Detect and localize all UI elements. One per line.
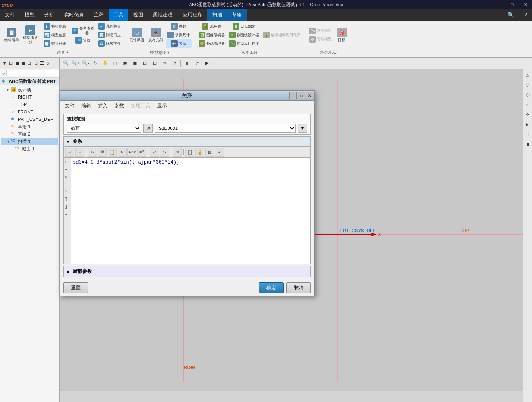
expand-btn[interactable]: ⤢: [192, 59, 201, 68]
appearance-mgr-btn[interactable]: 🎨 外观管理器: [197, 39, 227, 48]
rel-cut-btn[interactable]: ✂: [88, 148, 97, 157]
more-btn[interactable]: ▶: [202, 59, 211, 68]
rel-bracket-btn[interactable]: [ ]: [185, 148, 194, 157]
menu-analysis[interactable]: 分析: [39, 9, 59, 21]
publish-model-btn[interactable]: 📡 发布模型: [308, 27, 333, 35]
search-item-icon-btn[interactable]: ▼: [298, 124, 307, 133]
rel-comment-btn[interactable]: =?: [137, 148, 146, 157]
right-tb-3[interactable]: ⬡: [523, 90, 532, 99]
modal-close-btn[interactable]: ✕: [306, 92, 313, 99]
aux-apps-btn[interactable]: 🔧 辅助应用程序: [227, 39, 261, 48]
tree-root[interactable]: ◈ ABC函数取值测试.PRT: [0, 78, 59, 85]
menu-realtime[interactable]: 实时仿真: [59, 9, 89, 21]
menu-help[interactable]: ?: [519, 9, 532, 21]
reset-button[interactable]: 重置: [63, 282, 88, 293]
local-params[interactable]: ▶ 局部参数: [63, 266, 311, 277]
menu-annotate[interactable]: 注释: [89, 9, 109, 21]
maximize-button[interactable]: □: [506, 0, 519, 9]
layer-btn[interactable]: ≡: [183, 59, 192, 68]
left-tb-icon9[interactable]: ◻: [52, 59, 58, 68]
menu-flexible[interactable]: 柔性建模: [148, 9, 178, 21]
tree-item-section1[interactable]: *✎ 截面 1: [1, 145, 58, 152]
right-tb-1[interactable]: △: [523, 71, 532, 80]
ui-editor-btn[interactable]: 🖥 UI Editor: [227, 22, 261, 30]
right-tb-8[interactable]: ⏹: [523, 140, 532, 149]
view3d-btn[interactable]: □: [111, 59, 120, 68]
material-list-btn[interactable]: 📋 物料清单: [2, 27, 21, 43]
tree-item-design[interactable]: ▶ ⊞ 设计项: [1, 86, 58, 93]
ok-button[interactable]: 确定: [259, 282, 284, 293]
section-btn[interactable]: ✂: [160, 59, 169, 68]
rotate-btn[interactable]: ↻: [91, 59, 100, 68]
close-button[interactable]: ✕: [519, 0, 532, 9]
hidden-btn[interactable]: ⊡: [150, 59, 159, 68]
modal-menu-edit[interactable]: 编辑: [78, 102, 95, 110]
params-btn[interactable]: α 参数: [166, 22, 192, 30]
rel-prev-btn[interactable]: ◁: [150, 148, 159, 157]
rel-delete-btn[interactable]: ✕: [118, 148, 127, 157]
right-tb-7[interactable]: ⏸: [523, 130, 532, 139]
target-btn[interactable]: 🎯 目标: [334, 27, 349, 43]
rel-lock-btn[interactable]: 🔒: [195, 148, 204, 157]
spin-btn[interactable]: ⟳: [170, 59, 179, 68]
rel-redo-btn[interactable]: ↪: [75, 148, 84, 157]
relations-btn[interactable]: d= 关系: [166, 39, 192, 48]
search-scope-icon-btn[interactable]: ↗: [143, 124, 153, 133]
minimize-button[interactable]: —: [493, 0, 506, 9]
left-tb-icon8[interactable]: »: [46, 59, 51, 68]
search-scope-dropdown[interactable]: 截面 零件 装配: [67, 124, 141, 133]
geo-check-btn[interactable]: ✓ 几何检查: [97, 22, 123, 30]
feature-list-btn[interactable]: 📑 特征列表: [40, 39, 69, 48]
tree-item-front[interactable]: ⟋ FRONT: [1, 108, 58, 116]
manage-model-btn[interactable]: ⚙ 管理模型: [308, 35, 333, 44]
menu-file[interactable]: 文件: [0, 9, 20, 21]
menu-model[interactable]: 模型: [20, 9, 39, 21]
model-info-btn[interactable]: 📊 模型信息: [40, 31, 69, 39]
ref-viewer-btn[interactable]: 🔍 参考查看器: [70, 25, 96, 36]
rel-func-btn[interactable]: ƒ×: [173, 148, 182, 157]
left-tb-icon3[interactable]: ≣: [14, 59, 20, 68]
rel-format-btn[interactable]: d=0.0: [127, 148, 136, 157]
zoom-out-btn[interactable]: 🔍-: [81, 59, 90, 68]
rel-undo-btn[interactable]: ↩: [65, 148, 74, 157]
left-tb-icon5[interactable]: ⊟: [27, 59, 32, 68]
img-editor-btn[interactable]: 🖼 图像编辑器: [197, 31, 227, 39]
unload-aux-btn[interactable]: 🔓 解锁辅助应用程序: [261, 31, 302, 39]
left-tb-icon4[interactable]: ≣: [21, 59, 26, 68]
pan-btn[interactable]: ✋: [101, 59, 110, 68]
rel-table-btn[interactable]: ⊞: [205, 148, 214, 157]
compare-parts-btn[interactable]: ⚖ 比较零件: [97, 39, 123, 48]
rel-copy-btn[interactable]: ⧉: [98, 148, 107, 157]
search-item-dropdown[interactable]: S2D0001: [155, 124, 296, 133]
tree-item-right[interactable]: ⟋ RIGHT: [1, 93, 58, 101]
publish-geom-btn[interactable]: 📤 发布几何: [147, 27, 165, 43]
modal-maximize-btn[interactable]: □: [298, 92, 305, 99]
udf-lib-btn[interactable]: 📦 UDF 库: [197, 22, 227, 30]
display-btn[interactable]: ◉: [120, 59, 130, 68]
tree-item-scan1[interactable]: ▼ *⊡ 扫描 1: [1, 138, 58, 145]
part-face-btn[interactable]: ◻ 元件界面: [128, 27, 146, 43]
right-tb-6[interactable]: ▶: [523, 120, 532, 129]
modal-minimize-btn[interactable]: —: [289, 92, 297, 99]
menu-view[interactable]: 视图: [128, 9, 148, 21]
modal-menu-display[interactable]: 显示: [154, 102, 170, 110]
menu-scan[interactable]: 扫描: [207, 9, 227, 21]
rel-paste-btn[interactable]: 📋: [108, 148, 117, 157]
wireframe-btn[interactable]: ⊞: [140, 59, 149, 68]
relations-editor[interactable]: sd3=4+0.8*abs(2*sin(trajpar*360*14)): [71, 157, 311, 264]
feature-info-btn[interactable]: ℹ 特征信息: [40, 22, 69, 30]
shade-btn[interactable]: ▣: [130, 59, 139, 68]
filter-input[interactable]: [6, 70, 60, 76]
cancel-button[interactable]: 取消: [286, 282, 311, 293]
menu-apps[interactable]: 应用程序: [178, 9, 207, 21]
right-tb-5[interactable]: ⟳: [523, 110, 532, 119]
menu-search[interactable]: 🔍: [502, 9, 519, 21]
tree-item-sketch2[interactable]: ✎ 草绘 2: [1, 130, 58, 138]
modal-menu-insert[interactable]: 插入: [95, 102, 111, 110]
left-tb-icon2[interactable]: ⊞: [8, 59, 14, 68]
left-tb-icon7[interactable]: ☰: [39, 59, 45, 68]
modal-menu-file[interactable]: 文件: [62, 102, 78, 110]
modal-menu-params[interactable]: 参数: [111, 102, 127, 110]
zoom-in-btn[interactable]: 🔍+: [71, 59, 80, 68]
rel-check-btn[interactable]: ✓: [215, 148, 224, 157]
